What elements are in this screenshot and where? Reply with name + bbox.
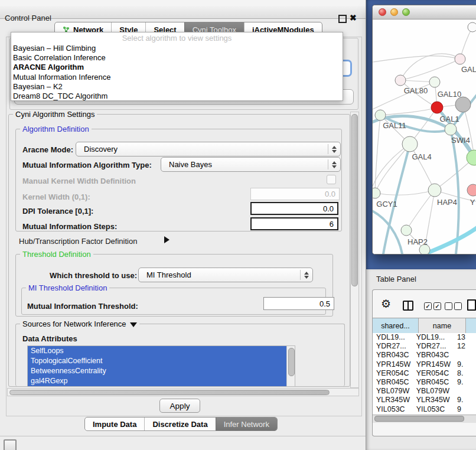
network-node-hap4[interactable] — [428, 184, 441, 197]
network-edge — [451, 129, 459, 254]
aracne-mode-select[interactable]: Discovery — [76, 142, 341, 156]
tab-discretize-data[interactable]: Discretize Data — [144, 418, 215, 431]
network-edge — [406, 190, 435, 230]
algorithm-option[interactable]: Dream8 DC_TDC Algorithm — [11, 92, 343, 101]
mi-steps-input[interactable]: 6 — [250, 217, 338, 230]
column-header[interactable] — [466, 318, 476, 333]
network-node-gal10[interactable] — [429, 77, 440, 87]
table-cell — [454, 387, 476, 396]
network-node-gal11[interactable] — [375, 110, 386, 120]
node-label-gcy1: GCY1 — [376, 200, 397, 208]
network-node-gcy1[interactable] — [373, 188, 380, 198]
which-threshold-label: Which threshold to use: — [50, 271, 137, 280]
algorithm-option[interactable]: Bayesian – Hill Climbing — [11, 44, 343, 53]
network-node-swi4[interactable] — [445, 123, 457, 135]
table-row[interactable]: YLR345WYLR345W9. — [373, 396, 476, 405]
network-edge — [373, 56, 460, 62]
tab-label: Infer Network — [224, 420, 269, 429]
column-header[interactable]: name — [419, 318, 466, 333]
table-row[interactable]: YBL079WYBL079W — [373, 387, 476, 396]
kernel-width-input[interactable]: 0.0 — [250, 188, 340, 200]
network-node-node-bottom[interactable] — [419, 244, 430, 254]
network-view-window: GALGAL80GAL10GAL1GAL11SWI4GAL4GCY1HAP4YH… — [372, 5, 476, 255]
network-node-hap2[interactable] — [401, 225, 412, 236]
attribute-item-selected[interactable]: gal4RGexp — [28, 376, 295, 386]
collapse-arrow-icon — [130, 322, 137, 327]
attribute-item-selected[interactable]: TopologicalCoefficient — [28, 356, 295, 366]
expand-arrow-icon[interactable] — [164, 236, 169, 243]
column-header[interactable]: shared... — [373, 318, 419, 333]
attributes-list-scrollbar[interactable] — [286, 346, 295, 386]
minimize-traffic-light-icon[interactable] — [390, 8, 398, 16]
close-traffic-light-icon[interactable] — [379, 8, 386, 16]
network-edge — [375, 190, 435, 195]
attribute-item-selected[interactable]: BetweennessCentrality — [28, 366, 295, 376]
tab-infer-network[interactable]: Infer Network — [216, 418, 277, 431]
dpi-tolerance-label: DPI Tolerance [0,1]: — [22, 207, 93, 216]
settings-horizontal-scrollbar[interactable] — [7, 388, 359, 396]
hub-definition-label[interactable]: Hub/Transcription Factor Definition — [19, 237, 137, 246]
table-rows: YDL19...YDL19...13YDR27...YDR27...12YBR0… — [373, 333, 476, 414]
network-window-titlebar[interactable] — [373, 5, 476, 19]
attribute-item-selected[interactable]: SelfLoops — [28, 346, 295, 356]
tab-impute-data[interactable]: Impute Data — [85, 418, 144, 431]
data-attributes-list[interactable]: SelfLoopsTopologicalCoefficientBetweenne… — [27, 345, 295, 387]
zoom-traffic-light-icon[interactable] — [402, 8, 410, 16]
table-cell: YPR145W — [373, 360, 413, 369]
table-row[interactable]: YPR145WYPR145W9. — [373, 360, 476, 369]
algorithm-dropdown-prompt: Select algorithm to view settings — [11, 32, 343, 44]
table-cell: YDL19... — [373, 333, 413, 342]
network-node-gal2[interactable] — [455, 54, 465, 64]
select-all-checked-icon[interactable]: ✓✓ — [424, 302, 441, 310]
combo-arrows-icon — [300, 270, 312, 279]
network-canvas[interactable]: GALGAL80GAL10GAL1GAL11SWI4GAL4GCY1HAP4YH… — [373, 19, 476, 254]
table-cell — [454, 351, 476, 360]
table-row[interactable]: YDL19...YDL19...13 — [373, 333, 476, 342]
gear-icon[interactable]: ⚙ — [381, 298, 391, 309]
table-cell: YBR045C — [373, 378, 413, 387]
node-label-swi4: SWI4 — [451, 136, 470, 145]
mi-type-label: Mutual Information Algorithm Type: — [22, 161, 152, 169]
dpi-tolerance-input[interactable]: 0.0 — [250, 202, 338, 215]
deselect-all-icon[interactable] — [445, 302, 462, 310]
network-node-node-top[interactable] — [468, 22, 476, 32]
mi-type-select[interactable]: Naive Bayes — [161, 157, 341, 172]
algorithm-option[interactable]: Basic Correlation Inference — [11, 53, 343, 63]
table-cell: 13 — [454, 333, 476, 342]
network-node-y-node[interactable] — [467, 184, 476, 196]
settings-vertical-scrollbar[interactable] — [350, 112, 359, 388]
table-row[interactable]: YDR27...YDR27...12 — [373, 342, 476, 351]
which-threshold-select[interactable]: MI Threshold — [138, 268, 313, 282]
table-cell: YBR043C — [413, 351, 454, 360]
table-row[interactable]: YIL053CYIL053C9 — [373, 405, 476, 414]
table-row[interactable]: YBR043CYBR043C — [373, 351, 476, 360]
manual-kernel-label: Manual Kernel Width Definition — [22, 177, 136, 185]
table-cell: YPR145W — [413, 360, 454, 369]
sources-title[interactable]: Sources for Network Inference — [20, 319, 139, 328]
table-row[interactable]: YER054CYER054C8. — [373, 369, 476, 378]
table-row[interactable]: YBR045CYBR045C9. — [373, 378, 476, 387]
collapsed-panel-button[interactable] — [4, 439, 17, 450]
node-label-gal10: GAL10 — [438, 90, 461, 99]
algorithm-option[interactable]: Mutual Information Inference — [11, 73, 343, 82]
close-icon[interactable]: ✖ — [350, 12, 357, 23]
float-window-icon[interactable] — [338, 15, 347, 23]
aracne-mode-label: Aracne Mode: — [22, 145, 73, 154]
network-edge — [425, 228, 476, 254]
network-node-gal80[interactable] — [395, 75, 406, 86]
network-edge — [400, 54, 460, 80]
network-node-gray-node[interactable] — [455, 97, 471, 112]
split-columns-icon[interactable] — [403, 301, 413, 311]
manual-kernel-checkbox[interactable] — [327, 175, 336, 184]
mi-threshold-input[interactable]: 0.5 — [263, 297, 334, 310]
table-scrollbar-thumb[interactable] — [374, 416, 464, 422]
file-icon[interactable] — [467, 299, 476, 311]
algorithm-option[interactable]: Bayesian – K2 — [11, 82, 343, 92]
network-node-gal1[interactable] — [431, 102, 443, 113]
apply-button[interactable]: Apply — [159, 399, 200, 413]
table-cell: YDR27... — [413, 342, 454, 351]
data-attributes-label: Data Attributes — [22, 334, 77, 343]
algorithm-option[interactable]: ARACNE Algorithm — [11, 63, 343, 72]
table-header-row: shared...name — [373, 318, 476, 334]
network-node-gal4[interactable] — [402, 136, 418, 152]
